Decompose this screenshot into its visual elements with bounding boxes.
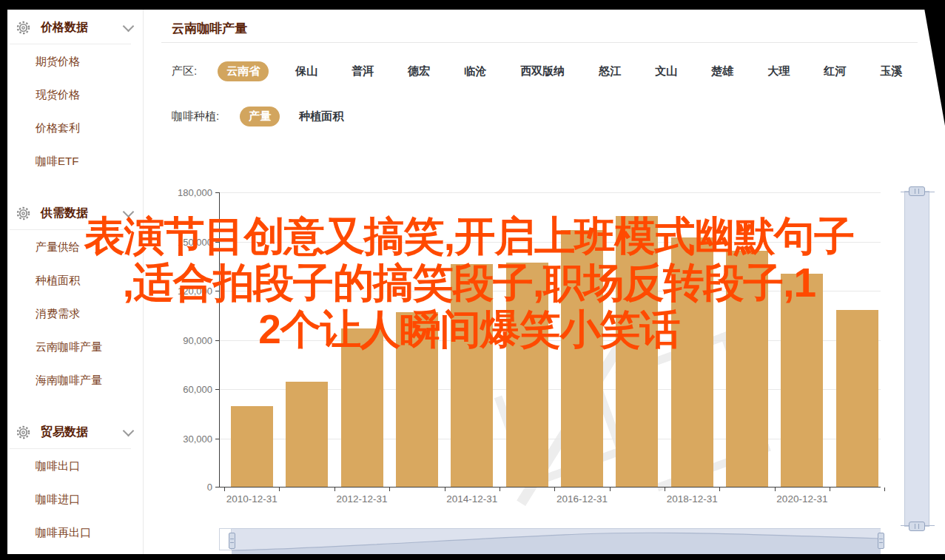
horizontal-zoom-right-handle[interactable] [878, 533, 884, 549]
sidebar-section-header-supply-demand[interactable]: 供需数据 [7, 200, 143, 226]
y-axis-tick-label: 180,000 [178, 187, 212, 198]
sidebar-item-coffee-export[interactable]: 咖啡出口 [7, 449, 143, 482]
y-tick-mark [215, 389, 219, 390]
bar-2012-12-31 [341, 328, 383, 487]
bar-2021-12-31 [836, 310, 878, 487]
y-axis-tick-label: 150,000 [178, 236, 212, 247]
region-option-puer[interactable]: 普洱 [352, 64, 374, 78]
x-axis-tick-label: 2016-12-31 [556, 493, 608, 505]
x-tick-mark [884, 488, 885, 491]
sidebar-item-futures-price[interactable]: 期货价格 [7, 44, 143, 78]
sidebar-item-spot-price[interactable]: 现货价格 [7, 78, 143, 111]
x-tick-mark [830, 488, 830, 491]
zoom-preview-curve [232, 529, 881, 554]
metric-option-production-selected[interactable]: 产量 [240, 107, 280, 126]
x-tick-mark [554, 488, 555, 491]
gear-icon [16, 206, 30, 220]
chevron-down-icon[interactable] [123, 20, 135, 32]
bar-2016-12-31 [561, 230, 603, 487]
vertical-zoom-slider[interactable] [904, 191, 929, 527]
region-option-chuxiong[interactable]: 楚雄 [711, 64, 733, 78]
y-axis-tick-label: 30,000 [183, 433, 212, 444]
x-tick-mark [500, 488, 500, 491]
metric-option-planting-area[interactable]: 种植面积 [299, 109, 343, 124]
sidebar-item-planting-area[interactable]: 种植面积 [7, 263, 143, 297]
sidebar-item-yunnan-coffee-production[interactable]: 云南咖啡产量 [7, 330, 143, 363]
horizontal-zoom-left-handle[interactable] [229, 533, 235, 549]
region-option-dehong[interactable]: 德宏 [408, 64, 430, 78]
x-axis-tick-label: 2012-12-31 [336, 493, 387, 505]
x-tick-mark [665, 488, 665, 491]
y-axis-tick-label: 120,000 [178, 286, 212, 297]
x-axis-tick-label: 2018-12-31 [667, 493, 718, 505]
sidebar-section-supply-demand: 供需数据 产量供给 种植面积 消费需求 云南咖啡产量 海南咖啡产量 [7, 200, 143, 397]
y-tick-mark [215, 242, 219, 243]
x-axis-tick-label: 2020-12-31 [776, 493, 827, 505]
y-axis-tick-label: 0 [207, 482, 212, 493]
sidebar-section-price: 价格数据 期货价格 现货价格 价格套利 咖啡ETF [7, 14, 143, 178]
sidebar: 价格数据 期货价格 现货价格 价格套利 咖啡ETF 供需数据 产量供给 种植面积 [7, 10, 144, 554]
sidebar-item-hainan-coffee-production[interactable]: 海南咖啡产量 [7, 363, 143, 397]
y-axis-tick-label: 90,000 [183, 334, 212, 345]
gear-icon [16, 425, 30, 439]
x-tick-mark [334, 488, 335, 491]
planting-filter-row: 咖啡种植: 产量 种植面积 [172, 107, 343, 126]
chevron-down-icon[interactable] [123, 206, 135, 217]
x-tick-mark [610, 488, 611, 491]
x-tick-mark [719, 488, 720, 491]
sidebar-section-header-price[interactable]: 价格数据 [7, 14, 143, 41]
sidebar-item-consumer-demand[interactable]: 消费需求 [7, 297, 143, 330]
y-tick-mark [215, 291, 219, 291]
screenshot-frame-top [0, 0, 945, 10]
bar-2015-12-31 [506, 263, 548, 487]
screenshot-frame-corner [923, 0, 945, 126]
x-tick-mark [445, 488, 445, 491]
sidebar-section-label: 贸易数据 [41, 425, 124, 440]
bar-2011-12-31 [286, 382, 328, 487]
region-option-yuxi[interactable]: 玉溪 [880, 64, 902, 78]
bar-2014-12-31 [451, 264, 493, 487]
horizontal-zoom-selected-range[interactable] [232, 528, 881, 555]
sidebar-section-label: 供需数据 [41, 206, 124, 221]
y-tick-mark [215, 192, 219, 193]
sidebar-section-label: 价格数据 [41, 20, 124, 36]
region-option-lincang[interactable]: 临沧 [464, 64, 486, 78]
region-options: 保山 普洱 德宏 临沧 西双版纳 怒江 文山 楚雄 大理 红河 玉溪 [295, 64, 902, 78]
divider [161, 42, 918, 43]
sidebar-item-coffee-reexport[interactable]: 咖啡再出口 [7, 516, 143, 549]
page-title: 云南咖啡产量 [172, 20, 247, 37]
y-axis-line [219, 192, 220, 488]
bar-2013-12-31 [396, 312, 438, 487]
gear-icon [16, 21, 30, 35]
screenshot-frame-bottom [0, 554, 945, 560]
planting-filter-label: 咖啡种植: [172, 109, 219, 124]
x-tick-mark [775, 488, 776, 491]
region-option-baoshan[interactable]: 保山 [295, 64, 317, 78]
bar-2010-12-31 [231, 406, 273, 487]
bar-2017-12-31 [616, 216, 658, 487]
region-filter-label: 产区: [172, 64, 197, 78]
region-filter-row: 产区: 云南省 保山 普洱 德宏 临沧 西双版纳 怒江 文山 楚雄 大理 红河 … [172, 61, 902, 81]
vertical-zoom-top-handle[interactable] [909, 186, 925, 196]
region-option-nujiang[interactable]: 怒江 [599, 64, 621, 78]
sidebar-item-coffee-etf[interactable]: 咖啡ETF [7, 144, 143, 178]
gridline [219, 192, 881, 193]
sidebar-item-production-supply[interactable]: 产量供给 [7, 230, 143, 263]
screenshot-frame-left [0, 0, 7, 560]
sidebar-item-price-arbitrage[interactable]: 价格套利 [7, 111, 143, 144]
bar-2018-12-31 [671, 237, 713, 487]
vertical-zoom-bottom-handle[interactable] [909, 522, 925, 531]
y-tick-mark [215, 439, 219, 439]
chevron-down-icon[interactable] [123, 425, 135, 436]
sidebar-section-header-trade[interactable]: 贸易数据 [7, 419, 143, 445]
region-option-honghe[interactable]: 红河 [824, 64, 846, 78]
sidebar-item-coffee-import[interactable]: 咖啡进口 [7, 482, 143, 516]
x-tick-mark [389, 488, 390, 491]
region-option-wenshan[interactable]: 文山 [655, 64, 677, 78]
x-tick-mark [224, 488, 225, 491]
region-option-dali[interactable]: 大理 [767, 64, 790, 78]
region-option-yunnan-selected[interactable]: 云南省 [218, 61, 269, 81]
bar-2019-12-31 [726, 251, 768, 487]
x-tick-mark [279, 488, 280, 491]
region-option-xishuangbanna[interactable]: 西双版纳 [520, 64, 565, 78]
